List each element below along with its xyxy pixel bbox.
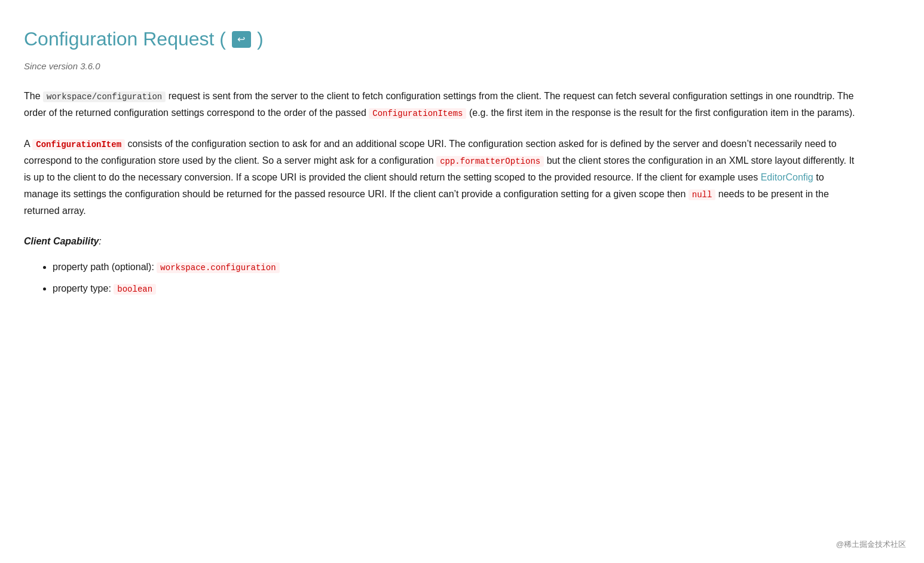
page-container: Configuration Request ( ↩ ) Since versio…	[24, 24, 888, 297]
list-item: property type: boolean	[53, 280, 888, 297]
page-title: Configuration Request ( ↩ )	[24, 24, 264, 54]
paragraph-2: A ConfigurationItem consists of the conf…	[24, 136, 861, 219]
title-suffix: )	[257, 24, 264, 54]
item-code-2: boolean	[114, 284, 156, 295]
p1-code1: workspace/configuration	[43, 91, 166, 102]
p2-code2: cpp.formatterOptions	[436, 156, 544, 167]
item-prefix-2: property type:	[53, 283, 114, 293]
p2-code1: ConfigurationItem	[32, 139, 125, 150]
list-item: property path (optional): workspace.conf…	[53, 259, 888, 276]
title-row: Configuration Request ( ↩ )	[24, 24, 888, 54]
paragraph-1: The workspace/configuration request is s…	[24, 88, 861, 121]
capability-colon: :	[99, 236, 101, 246]
title-text: Configuration Request (	[24, 24, 226, 54]
p2-before: A	[24, 139, 32, 149]
link-icon[interactable]: ↩	[232, 31, 251, 48]
item-prefix-1: property path (optional):	[53, 262, 157, 272]
footer-brand: @稀土掘金技术社区	[836, 538, 906, 551]
since-version: Since version 3.6.0	[24, 59, 888, 74]
client-capability-label: Client Capability:	[24, 234, 888, 249]
item-code-1: workspace.configuration	[157, 262, 279, 273]
capability-list: property path (optional): workspace.conf…	[24, 259, 888, 297]
p1-code2: ConfigurationItems	[369, 108, 466, 119]
capability-label-text: Client Capability	[24, 236, 99, 246]
p1-before: The	[24, 91, 43, 101]
p1-after: (e.g. the first item in the response is …	[466, 108, 855, 118]
editor-config-link[interactable]: EditorConfig	[761, 172, 813, 182]
p2-code3: null	[689, 189, 716, 200]
